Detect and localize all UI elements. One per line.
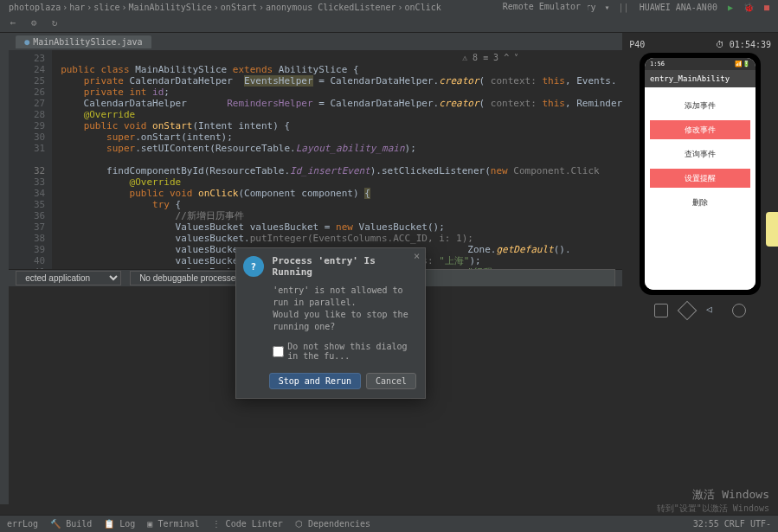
- play-icon[interactable]: ▶: [728, 3, 733, 12]
- crumb[interactable]: onClick: [405, 3, 441, 12]
- emulator-label: Remote Emulator: [496, 0, 588, 13]
- log-tab[interactable]: 📋 Log: [104, 519, 135, 529]
- nav-circle-icon[interactable]: [732, 304, 746, 317]
- delete-button[interactable]: 删除: [650, 193, 750, 212]
- emulator-nav: ◁: [629, 295, 771, 326]
- left-gutter: [0, 33, 9, 504]
- nav-square-icon[interactable]: [654, 304, 668, 317]
- crumb[interactable]: onStart: [221, 3, 257, 12]
- cursor-position: 32:55 CRLF UTF-: [693, 519, 771, 529]
- build-tab[interactable]: 🔨 Build: [50, 519, 92, 529]
- inspection-bar[interactable]: ⚠ 8 ≡ 3 ^ ˅: [462, 52, 518, 63]
- main-toolbar: ← ⚙ ↻ Remote Emulator: [0, 14, 778, 33]
- side-tab-flag[interactable]: [766, 212, 778, 247]
- edit-event-button[interactable]: 修改事件: [650, 120, 750, 139]
- timer: ⏱ 01:54:39: [716, 40, 771, 49]
- java-file-icon: ●: [24, 37, 29, 47]
- phone-screen[interactable]: 1:56 📶🔋 entry_MainAbility 添加事件 修改事件 查询事件…: [645, 58, 755, 290]
- editor-tabs: ● MainAbilitySlice.java: [9, 33, 622, 50]
- crumb[interactable]: slice: [93, 3, 119, 12]
- stop-icon[interactable]: ■: [764, 3, 769, 12]
- app-select[interactable]: ected application: [16, 271, 121, 285]
- crumb[interactable]: MainAbilitySlice: [128, 3, 211, 12]
- crumb[interactable]: photoplaza: [9, 3, 61, 12]
- checkbox-label: Do not show this dialog in the fu...: [287, 342, 416, 361]
- bottom-toolbar: errLog 🔨 Build 📋 Log ▣ Terminal ⋮ Code L…: [0, 515, 778, 532]
- breadcrumb: photoplaza › har › slice › MainAbilitySl…: [0, 0, 778, 14]
- add-event-button[interactable]: 添加事件: [650, 96, 750, 115]
- device-select[interactable]: HUAWEI ANA-AN00: [640, 3, 717, 12]
- dont-show-checkbox[interactable]: [273, 346, 284, 357]
- crumb[interactable]: har: [69, 3, 85, 12]
- tab-label: MainAbilitySlice.java: [33, 37, 142, 47]
- phone-frame: 1:56 📶🔋 entry_MainAbility 添加事件 修改事件 查询事件…: [640, 53, 761, 295]
- code-editor[interactable]: 2324252627282930313233343536373839404142…: [9, 50, 622, 269]
- status-icons: 📶🔋: [735, 61, 750, 67]
- linter-tab[interactable]: ⋮ Code Linter: [212, 519, 283, 529]
- debug-icon[interactable]: 🐞: [743, 3, 754, 12]
- refresh-icon[interactable]: ↻: [48, 17, 61, 29]
- dialog-title: Process 'entry' Is Running: [273, 255, 419, 278]
- back-icon[interactable]: ←: [7, 17, 19, 29]
- device-model: P40: [629, 40, 645, 49]
- app-title-bar: entry_MainAbility: [645, 70, 755, 87]
- windows-watermark: 激活 Windows 转到"设置"以激活 Windows: [657, 487, 769, 515]
- line-gutter: 2324252627282930313233343536373839404142…: [9, 50, 52, 269]
- nav-back-icon[interactable]: ◁: [706, 304, 720, 317]
- errlog-tab[interactable]: errLog: [7, 519, 38, 529]
- query-event-button[interactable]: 查询事件: [650, 144, 750, 163]
- set-reminder-button[interactable]: 设置提醒: [650, 169, 750, 188]
- crumb[interactable]: anonymous ClickedListener: [266, 3, 396, 12]
- dialog-body: 'entry' is not allowed to run in paralle…: [236, 285, 425, 338]
- close-icon[interactable]: ×: [414, 250, 420, 262]
- gear-icon[interactable]: ⚙: [28, 17, 40, 29]
- process-running-dialog: × ? Process 'entry' Is Running 'entry' i…: [235, 247, 426, 399]
- cancel-button[interactable]: Cancel: [366, 373, 416, 389]
- terminal-tab[interactable]: ▣ Terminal: [147, 519, 199, 529]
- emulator-panel: P40 ⏱ 01:54:39 1:56 📶🔋 entry_MainAbility…: [622, 33, 778, 504]
- nav-rotate-icon[interactable]: [678, 301, 698, 321]
- tab-file[interactable]: ● MainAbilitySlice.java: [16, 35, 151, 48]
- deps-tab[interactable]: ⬡ Dependencies: [295, 519, 370, 529]
- status-time: 1:56: [650, 61, 665, 67]
- stop-rerun-button[interactable]: Stop and Rerun: [269, 373, 361, 389]
- info-icon: ?: [243, 256, 263, 277]
